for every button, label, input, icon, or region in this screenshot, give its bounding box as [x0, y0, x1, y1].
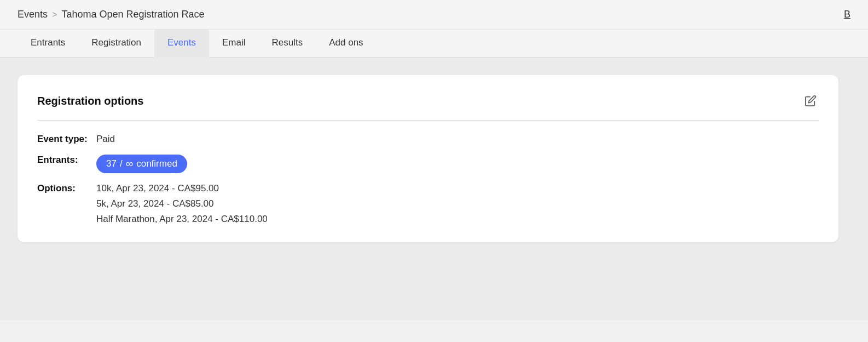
breadcrumb-right-link[interactable]: B — [844, 9, 850, 20]
card-divider — [37, 120, 819, 121]
infinity-icon: ∞ — [126, 158, 134, 170]
event-type-value: Paid — [96, 134, 115, 145]
event-type-label: Event type: — [37, 134, 92, 145]
breadcrumb-bar: Events > Tahoma Open Registration Race B — [0, 0, 868, 30]
tab-registration[interactable]: Registration — [78, 30, 154, 58]
tab-addons[interactable]: Add ons — [316, 30, 376, 58]
card-header: Registration options — [37, 93, 819, 109]
registration-options-card: Registration options Event type: Paid En… — [18, 75, 838, 242]
entrants-badge: 37 / ∞ confirmed — [96, 155, 187, 173]
pencil-icon — [805, 95, 817, 107]
tab-results[interactable]: Results — [259, 30, 316, 58]
options-row: Options: 10k, Apr 23, 2024 - CA$95.00 5k… — [37, 183, 819, 225]
option-item-1: 5k, Apr 23, 2024 - CA$85.00 — [96, 198, 268, 209]
entrants-count: 37 — [106, 158, 117, 169]
options-label: Options: — [37, 183, 92, 194]
option-item-0: 10k, Apr 23, 2024 - CA$95.00 — [96, 183, 268, 194]
option-item-2: Half Marathon, Apr 23, 2024 - CA$110.00 — [96, 214, 268, 225]
tab-entrants[interactable]: Entrants — [18, 30, 78, 58]
breadcrumb-separator: > — [52, 10, 57, 20]
tab-events[interactable]: Events — [154, 30, 209, 58]
tab-email[interactable]: Email — [209, 30, 259, 58]
breadcrumb-parent[interactable]: Events — [18, 9, 48, 20]
card-title: Registration options — [37, 95, 143, 107]
breadcrumb-current: Tahoma Open Registration Race — [61, 9, 204, 20]
entrants-label: Entrants: — [37, 155, 92, 166]
entrants-confirmed: confirmed — [136, 158, 177, 169]
event-type-row: Event type: Paid — [37, 134, 819, 145]
main-content: Registration options Event type: Paid En… — [0, 58, 868, 321]
entrants-separator: / — [120, 158, 123, 169]
options-list: 10k, Apr 23, 2024 - CA$95.00 5k, Apr 23,… — [96, 183, 268, 225]
tab-navigation: Entrants Registration Events Email Resul… — [0, 30, 868, 58]
edit-button[interactable] — [802, 93, 819, 109]
entrants-row: Entrants: 37 / ∞ confirmed — [37, 155, 819, 173]
breadcrumb-left: Events > Tahoma Open Registration Race — [18, 9, 205, 20]
